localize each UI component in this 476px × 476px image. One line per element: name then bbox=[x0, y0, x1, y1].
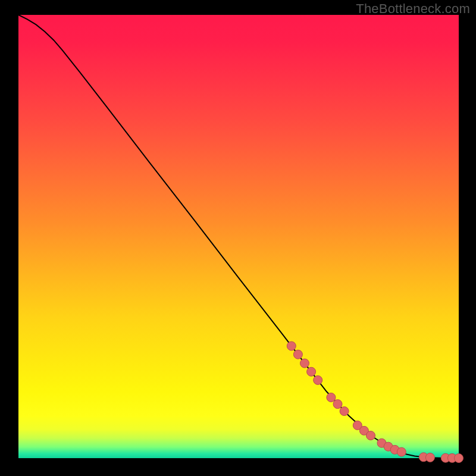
chart-frame: { "watermark": "TheBottleneck.com", "col… bbox=[0, 0, 476, 476]
data-marker bbox=[397, 447, 406, 456]
data-marker bbox=[307, 367, 316, 376]
data-marker bbox=[287, 342, 296, 350]
data-marker bbox=[314, 375, 322, 384]
data-marker bbox=[327, 393, 336, 402]
data-marker bbox=[333, 400, 342, 409]
data-marker bbox=[425, 453, 434, 462]
data-marker bbox=[455, 454, 464, 463]
data-marker bbox=[293, 350, 302, 359]
gradient-background bbox=[18, 15, 459, 458]
bottleneck-chart bbox=[0, 0, 476, 476]
data-marker bbox=[300, 359, 309, 368]
data-marker bbox=[367, 431, 375, 440]
data-marker bbox=[340, 407, 349, 416]
